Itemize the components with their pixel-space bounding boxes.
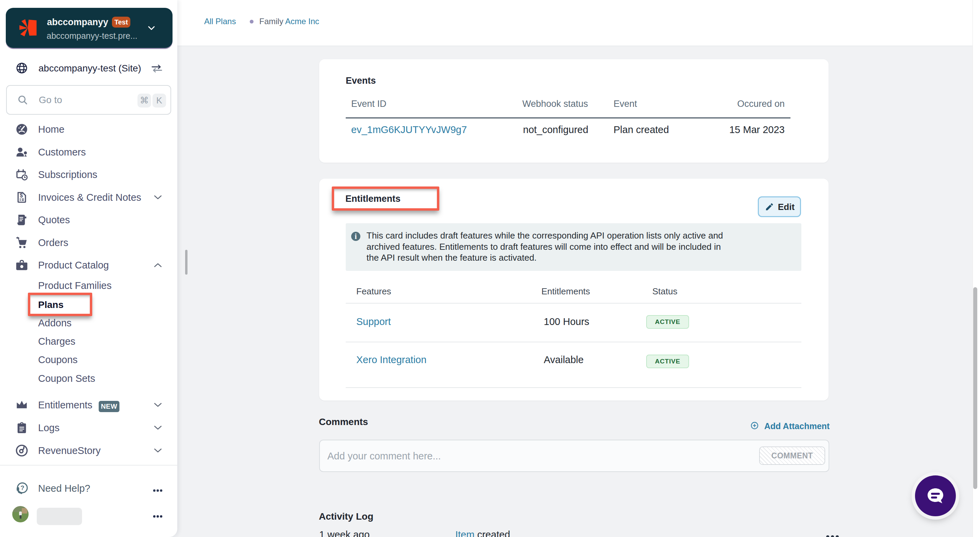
- svg-text:?: ?: [21, 484, 24, 491]
- svg-text:$: $: [20, 193, 23, 198]
